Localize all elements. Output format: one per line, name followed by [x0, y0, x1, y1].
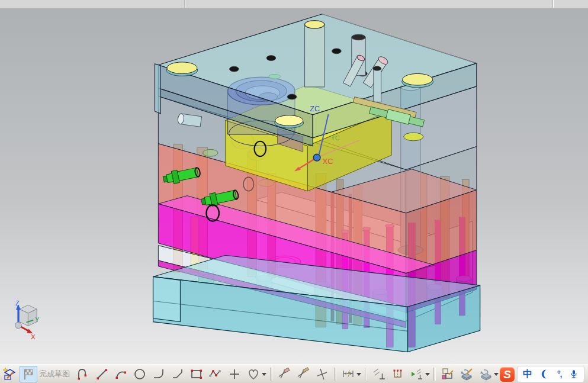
ime-language-toggle[interactable]: 中 — [523, 368, 532, 381]
edit-section-button[interactable] — [458, 366, 475, 382]
make-corner-button[interactable] — [313, 366, 331, 382]
parallel-perpendicular-icon — [372, 367, 386, 381]
convert-reference-button[interactable] — [439, 366, 457, 382]
titlebar-divider — [185, 0, 185, 8]
toolbar-separator — [270, 368, 272, 381]
display-constraints-button[interactable] — [389, 366, 407, 382]
toolbar-separator — [365, 368, 367, 381]
arc-button[interactable] — [112, 366, 130, 382]
graphics-viewport[interactable]: ZC YC XC Z Y X — [0, 8, 588, 364]
circle-button[interactable] — [131, 366, 149, 382]
toolbar-separator — [334, 368, 336, 381]
sketch-icon — [2, 367, 17, 381]
edit-solid-pencil-icon — [460, 367, 474, 381]
bracket-constraints-icon — [391, 367, 405, 381]
chamfer-icon — [171, 367, 185, 381]
geometric-constraints-button[interactable] — [370, 366, 388, 382]
auto-constrain-button[interactable] — [408, 366, 426, 382]
rapid-dimension-dropdown-caret[interactable] — [356, 373, 361, 376]
fillet-icon — [152, 367, 166, 381]
point-button[interactable] — [226, 366, 243, 382]
quick-trim-button[interactable] — [275, 366, 293, 382]
wcs-yc-label: YC — [331, 134, 340, 141]
triad-y-label: Y — [35, 316, 39, 323]
quick-extend-button[interactable] — [294, 366, 312, 382]
fillet-button[interactable] — [150, 366, 168, 382]
convert-reference-icon — [441, 367, 455, 381]
titlebar — [0, 0, 588, 9]
sketch-button[interactable] — [1, 366, 18, 382]
ime-punctuation-toggle[interactable]: °, — [557, 369, 562, 379]
update-model-dropdown-caret[interactable] — [494, 373, 499, 376]
wcs-xc-label: XC — [323, 157, 333, 166]
finish-sketch-button[interactable] — [20, 366, 37, 382]
ime-microphone-icon[interactable] — [569, 369, 579, 379]
studio-spline-button[interactable] — [207, 366, 224, 382]
auto-constrain-dropdown-caret[interactable] — [425, 373, 430, 376]
finish-sketch-label: 完成草图 — [39, 369, 70, 379]
rectangle-icon — [189, 367, 204, 381]
corner-icon — [315, 367, 329, 381]
sketch-toolbar: 完成草图 — [0, 364, 588, 383]
profile-button[interactable] — [74, 366, 92, 382]
auto-constrain-icon — [410, 367, 424, 381]
line-icon — [95, 367, 109, 381]
wcs-zc-label: ZC — [310, 105, 320, 113]
update-solid-icon — [478, 367, 493, 381]
chamfer-button[interactable] — [169, 366, 187, 382]
rapid-dimension-button[interactable] — [339, 366, 357, 382]
update-model-button[interactable] — [477, 366, 494, 382]
more-curves-button[interactable] — [245, 366, 262, 382]
triad-z-label: Z — [15, 300, 20, 307]
mold-assembly-model[interactable]: ZC YC XC Z Y X — [0, 8, 588, 364]
line-button[interactable] — [93, 366, 111, 382]
conic-icon — [246, 367, 261, 381]
arc-icon — [114, 367, 128, 381]
rectangle-button[interactable] — [188, 366, 205, 382]
orientation-triad[interactable]: Z Y X — [15, 300, 39, 340]
triad-x-label: X — [31, 333, 35, 340]
cad-application-window: ZC YC XC Z Y X — [0, 0, 588, 383]
toolbar-separator — [433, 368, 436, 381]
extend-icon — [296, 367, 310, 381]
more-curves-dropdown-caret[interactable] — [262, 373, 266, 376]
checkered-flag-icon — [21, 367, 36, 381]
trim-icon — [277, 367, 291, 381]
dimension-icon — [341, 367, 355, 381]
ime-fullwidth-moon-icon[interactable] — [539, 369, 550, 379]
profile-icon — [76, 367, 90, 381]
circle-icon — [133, 367, 147, 381]
ime-bar: S 中 °, — [500, 366, 584, 382]
plus-icon — [227, 367, 242, 381]
sogou-ime-logo[interactable]: S — [500, 367, 515, 382]
titlebar-divider — [553, 0, 554, 8]
ime-panel: 中 °, — [517, 366, 584, 382]
spline-icon — [208, 367, 223, 381]
